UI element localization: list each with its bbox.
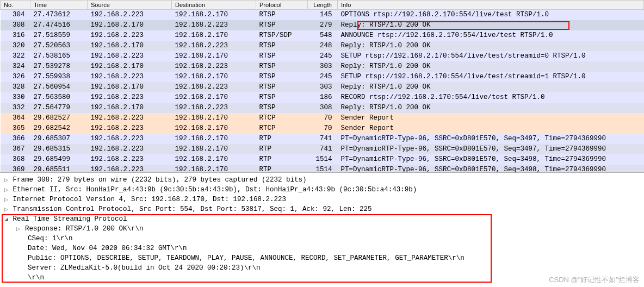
cell-proto: RTSP xyxy=(256,82,308,92)
cell-no: 316 xyxy=(1,30,30,41)
cell-src: 192.168.2.170 xyxy=(88,82,172,92)
cell-src: 192.168.2.223 xyxy=(88,72,172,82)
table-row[interactable]: 36929.685511192.168.2.223192.168.2.170RT… xyxy=(1,165,644,173)
cell-info: PT=DynamicRTP-Type-96, SSRC=0xD801E570, … xyxy=(338,144,644,154)
cell-proto: RTSP xyxy=(256,103,308,113)
cell-len: 70 xyxy=(308,113,338,123)
col-source[interactable]: Source xyxy=(88,1,172,10)
cell-info: Reply: RTSP/1.0 200 OK xyxy=(338,61,644,72)
cell-info: Reply: RTSP/1.0 200 OK xyxy=(338,82,644,92)
cell-proto: RTCP xyxy=(256,123,308,134)
cell-src: 192.168.2.223 xyxy=(88,165,172,173)
cell-dst: 192.168.2.170 xyxy=(172,113,256,123)
cell-proto: RTSP xyxy=(256,41,308,51)
cell-no: 324 xyxy=(1,61,30,72)
cell-info: PT=DynamicRTP-Type-96, SSRC=0xD801E570, … xyxy=(338,134,644,144)
expand-icon[interactable]: ▷ xyxy=(3,175,9,185)
tree-tcp[interactable]: ▷ Transmission Control Protocol, Src Por… xyxy=(3,204,641,214)
cell-proto: RTSP xyxy=(256,10,308,21)
table-row[interactable]: 33027.563580192.168.2.223192.168.2.170RT… xyxy=(1,92,644,103)
tree-frame[interactable]: ▷ Frame 308: 279 bytes on wire (2232 bit… xyxy=(3,175,641,185)
table-row[interactable]: 36629.685307192.168.2.223192.168.2.170RT… xyxy=(1,134,644,144)
col-time[interactable]: Time xyxy=(30,1,88,10)
cell-src: 192.168.2.223 xyxy=(88,10,172,21)
table-row[interactable]: 36829.685499192.168.2.223192.168.2.170RT… xyxy=(1,154,644,165)
cell-dst: 192.168.2.170 xyxy=(172,92,256,103)
cell-time: 29.685499 xyxy=(30,154,88,165)
cell-src: 192.168.2.223 xyxy=(88,30,172,41)
cell-info: RECORD rtsp://192.168.2.170:554/live/tes… xyxy=(338,92,644,103)
cell-time: 29.682527 xyxy=(30,113,88,123)
cell-len: 70 xyxy=(308,123,338,134)
table-row[interactable]: 33227.564779192.168.2.170192.168.2.223RT… xyxy=(1,103,644,113)
cell-no: 304 xyxy=(1,10,30,21)
cell-src: 192.168.2.223 xyxy=(88,154,172,165)
cell-time: 27.518559 xyxy=(30,30,88,41)
cell-len: 245 xyxy=(308,72,338,82)
cell-info: Sender Report xyxy=(338,123,644,134)
table-row[interactable]: 36729.685315192.168.2.223192.168.2.170RT… xyxy=(1,144,644,154)
table-row[interactable]: 32227.538165192.168.2.223192.168.2.170RT… xyxy=(1,51,644,61)
cell-len: 279 xyxy=(308,20,338,30)
tree-ethernet[interactable]: ▷ Ethernet II, Src: HonHaiPr_a4:43:9b (9… xyxy=(3,185,641,195)
cell-dst: 192.168.2.223 xyxy=(172,41,256,51)
cell-src: 192.168.2.223 xyxy=(88,144,172,154)
col-info[interactable]: Info xyxy=(338,1,644,10)
col-destination[interactable]: Destination xyxy=(172,1,256,10)
table-row[interactable]: 32827.560954192.168.2.170192.168.2.223RT… xyxy=(1,82,644,92)
cell-no: 308 xyxy=(1,20,30,30)
cell-src: 192.168.2.170 xyxy=(88,103,172,113)
cell-src: 192.168.2.223 xyxy=(88,51,172,61)
cell-no: 366 xyxy=(1,134,30,144)
table-row[interactable]: 31627.518559192.168.2.223192.168.2.170RT… xyxy=(1,30,644,41)
col-protocol[interactable]: Protocol xyxy=(256,1,308,10)
cell-len: 186 xyxy=(308,92,338,103)
table-row[interactable]: 30427.473612192.168.2.223192.168.2.170RT… xyxy=(1,10,644,21)
cell-dst: 192.168.2.170 xyxy=(172,134,256,144)
cell-time: 27.559938 xyxy=(30,72,88,82)
cell-no: 364 xyxy=(1,113,30,123)
cell-len: 741 xyxy=(308,134,338,144)
col-no[interactable]: No. xyxy=(1,1,30,10)
cell-info: Sender Report xyxy=(338,113,644,123)
tree-ip[interactable]: ▷ Internet Protocol Version 4, Src: 192.… xyxy=(3,195,641,204)
cell-time: 27.563580 xyxy=(30,92,88,103)
cell-dst: 192.168.2.170 xyxy=(172,144,256,154)
table-row[interactable]: 36429.682527192.168.2.223192.168.2.170RT… xyxy=(1,113,644,123)
expand-icon[interactable]: ▷ xyxy=(3,204,9,214)
cell-src: 192.168.2.223 xyxy=(88,92,172,103)
cell-len: 741 xyxy=(308,144,338,154)
cell-time: 27.539278 xyxy=(30,61,88,72)
cell-no: 365 xyxy=(1,123,30,134)
col-length[interactable]: Length xyxy=(308,1,338,10)
table-row[interactable]: 32427.539278192.168.2.170192.168.2.223RT… xyxy=(1,61,644,72)
column-header-row[interactable]: No. Time Source Destination Protocol Len… xyxy=(1,1,644,10)
table-row[interactable]: 32027.520563192.168.2.170192.168.2.223RT… xyxy=(1,41,644,51)
packet-details-pane[interactable]: ▷ Frame 308: 279 bytes on wire (2232 bit… xyxy=(0,173,644,285)
table-row[interactable]: 32627.559938192.168.2.223192.168.2.170RT… xyxy=(1,72,644,82)
expand-icon[interactable]: ▷ xyxy=(3,185,9,195)
cell-info: OPTIONS rtsp://192.168.2.170:554/live/te… xyxy=(338,10,644,21)
cell-proto: RTSP xyxy=(256,20,308,30)
cell-time: 27.560954 xyxy=(30,82,88,92)
cell-proto: RTSP xyxy=(256,92,308,103)
cell-time: 27.520563 xyxy=(30,41,88,51)
cell-dst: 192.168.2.170 xyxy=(172,10,256,21)
table-row[interactable]: 36529.682542192.168.2.223192.168.2.170RT… xyxy=(1,123,644,134)
cell-len: 248 xyxy=(308,41,338,51)
cell-dst: 192.168.2.170 xyxy=(172,154,256,165)
cell-info: PT=DynamicRTP-Type-96, SSRC=0xD801E570, … xyxy=(338,154,644,165)
cell-dst: 192.168.2.170 xyxy=(172,165,256,173)
cell-info: Reply: RTSP/1.0 200 OK xyxy=(338,103,644,113)
cell-proto: RTSP xyxy=(256,72,308,82)
cell-time: 29.682542 xyxy=(30,123,88,134)
cell-time: 27.538165 xyxy=(30,51,88,61)
cell-proto: RTSP xyxy=(256,61,308,72)
cell-time: 29.685307 xyxy=(30,134,88,144)
cell-time: 27.474516 xyxy=(30,20,88,30)
cell-dst: 192.168.2.170 xyxy=(172,30,256,41)
expand-icon[interactable]: ▷ xyxy=(3,195,9,204)
cell-dst: 192.168.2.223 xyxy=(172,82,256,92)
cell-no: 330 xyxy=(1,92,30,103)
cell-no: 369 xyxy=(1,165,30,173)
